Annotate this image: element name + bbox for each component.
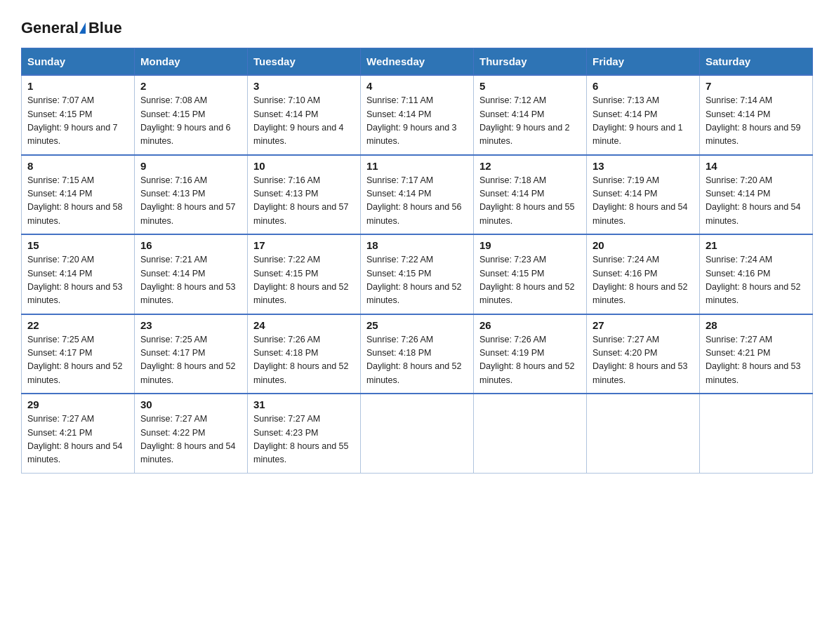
- calendar-cell: 24Sunrise: 7:26 AMSunset: 4:18 PMDayligh…: [248, 314, 361, 394]
- day-info: Sunrise: 7:21 AMSunset: 4:14 PMDaylight:…: [140, 253, 241, 308]
- day-info: Sunrise: 7:16 AMSunset: 4:13 PMDaylight:…: [140, 174, 241, 229]
- day-info: Sunrise: 7:08 AMSunset: 4:15 PMDaylight:…: [140, 94, 241, 149]
- day-header-saturday: Saturday: [700, 48, 813, 76]
- day-info: Sunrise: 7:27 AMSunset: 4:23 PMDaylight:…: [253, 412, 355, 467]
- calendar-cell: [700, 394, 813, 473]
- day-header-monday: Monday: [135, 48, 248, 76]
- day-info: Sunrise: 7:15 AMSunset: 4:14 PMDaylight:…: [27, 174, 128, 229]
- day-number: 3: [253, 80, 355, 92]
- calendar-cell: 25Sunrise: 7:26 AMSunset: 4:18 PMDayligh…: [361, 314, 474, 394]
- calendar-cell: 6Sunrise: 7:13 AMSunset: 4:14 PMDaylight…: [587, 75, 700, 155]
- calendar-cell: 27Sunrise: 7:27 AMSunset: 4:20 PMDayligh…: [587, 314, 700, 394]
- day-info: Sunrise: 7:16 AMSunset: 4:13 PMDaylight:…: [253, 174, 355, 229]
- day-info: Sunrise: 7:14 AMSunset: 4:14 PMDaylight:…: [706, 94, 807, 149]
- day-number: 2: [140, 80, 241, 92]
- calendar-cell: 10Sunrise: 7:16 AMSunset: 4:13 PMDayligh…: [248, 155, 361, 235]
- day-info: Sunrise: 7:27 AMSunset: 4:21 PMDaylight:…: [27, 412, 128, 467]
- week-row-1: 1Sunrise: 7:07 AMSunset: 4:15 PMDaylight…: [22, 75, 813, 155]
- day-number: 14: [706, 160, 807, 172]
- logo: General Blue: [21, 14, 122, 36]
- day-number: 23: [140, 319, 241, 331]
- day-info: Sunrise: 7:25 AMSunset: 4:17 PMDaylight:…: [140, 333, 241, 388]
- day-info: Sunrise: 7:12 AMSunset: 4:14 PMDaylight:…: [479, 94, 581, 149]
- logo-blue: Blue: [88, 19, 122, 36]
- day-info: Sunrise: 7:27 AMSunset: 4:20 PMDaylight:…: [593, 333, 694, 388]
- logo-general: General: [21, 20, 79, 36]
- day-info: Sunrise: 7:19 AMSunset: 4:14 PMDaylight:…: [593, 174, 694, 229]
- day-header-sunday: Sunday: [22, 48, 135, 76]
- calendar-cell: 28Sunrise: 7:27 AMSunset: 4:21 PMDayligh…: [700, 314, 813, 394]
- day-number: 26: [479, 319, 581, 331]
- calendar-cell: 7Sunrise: 7:14 AMSunset: 4:14 PMDaylight…: [700, 75, 813, 155]
- day-number: 13: [593, 160, 694, 172]
- day-number: 29: [27, 398, 128, 410]
- calendar-cell: 22Sunrise: 7:25 AMSunset: 4:17 PMDayligh…: [22, 314, 135, 394]
- day-number: 8: [27, 160, 128, 172]
- day-header-wednesday: Wednesday: [361, 48, 474, 76]
- day-info: Sunrise: 7:25 AMSunset: 4:17 PMDaylight:…: [27, 333, 128, 388]
- day-info: Sunrise: 7:26 AMSunset: 4:19 PMDaylight:…: [479, 333, 581, 388]
- day-number: 7: [706, 80, 807, 92]
- day-number: 20: [593, 239, 694, 251]
- day-number: 28: [706, 319, 807, 331]
- week-row-4: 22Sunrise: 7:25 AMSunset: 4:17 PMDayligh…: [22, 314, 813, 394]
- calendar-cell: 2Sunrise: 7:08 AMSunset: 4:15 PMDaylight…: [135, 75, 248, 155]
- day-info: Sunrise: 7:24 AMSunset: 4:16 PMDaylight:…: [706, 253, 807, 308]
- day-number: 5: [479, 80, 581, 92]
- day-info: Sunrise: 7:17 AMSunset: 4:14 PMDaylight:…: [366, 174, 468, 229]
- day-number: 6: [593, 80, 694, 92]
- week-row-3: 15Sunrise: 7:20 AMSunset: 4:14 PMDayligh…: [22, 234, 813, 314]
- calendar-cell: 26Sunrise: 7:26 AMSunset: 4:19 PMDayligh…: [474, 314, 587, 394]
- day-info: Sunrise: 7:27 AMSunset: 4:22 PMDaylight:…: [140, 412, 241, 467]
- day-number: 4: [366, 80, 468, 92]
- calendar-cell: 11Sunrise: 7:17 AMSunset: 4:14 PMDayligh…: [361, 155, 474, 235]
- day-info: Sunrise: 7:22 AMSunset: 4:15 PMDaylight:…: [253, 253, 355, 308]
- calendar-cell: [361, 394, 474, 473]
- calendar-cell: 20Sunrise: 7:24 AMSunset: 4:16 PMDayligh…: [587, 234, 700, 314]
- day-info: Sunrise: 7:11 AMSunset: 4:14 PMDaylight:…: [366, 94, 468, 149]
- day-number: 17: [253, 239, 355, 251]
- day-number: 15: [27, 239, 128, 251]
- calendar-cell: 1Sunrise: 7:07 AMSunset: 4:15 PMDaylight…: [22, 75, 135, 155]
- day-info: Sunrise: 7:10 AMSunset: 4:14 PMDaylight:…: [253, 94, 355, 149]
- calendar-cell: 17Sunrise: 7:22 AMSunset: 4:15 PMDayligh…: [248, 234, 361, 314]
- day-info: Sunrise: 7:20 AMSunset: 4:14 PMDaylight:…: [706, 174, 807, 229]
- day-number: 25: [366, 319, 468, 331]
- calendar-cell: [474, 394, 587, 473]
- calendar-cell: 8Sunrise: 7:15 AMSunset: 4:14 PMDaylight…: [22, 155, 135, 235]
- calendar-cell: 3Sunrise: 7:10 AMSunset: 4:14 PMDaylight…: [248, 75, 361, 155]
- calendar-cell: 15Sunrise: 7:20 AMSunset: 4:14 PMDayligh…: [22, 234, 135, 314]
- day-info: Sunrise: 7:18 AMSunset: 4:14 PMDaylight:…: [479, 174, 581, 229]
- page-header: General Blue: [21, 14, 813, 36]
- calendar-table: SundayMondayTuesdayWednesdayThursdayFrid…: [21, 48, 813, 474]
- calendar-cell: 21Sunrise: 7:24 AMSunset: 4:16 PMDayligh…: [700, 234, 813, 314]
- calendar-cell: 18Sunrise: 7:22 AMSunset: 4:15 PMDayligh…: [361, 234, 474, 314]
- calendar-cell: 14Sunrise: 7:20 AMSunset: 4:14 PMDayligh…: [700, 155, 813, 235]
- day-number: 16: [140, 239, 241, 251]
- calendar-header-row: SundayMondayTuesdayWednesdayThursdayFrid…: [22, 48, 813, 76]
- day-info: Sunrise: 7:22 AMSunset: 4:15 PMDaylight:…: [366, 253, 468, 308]
- day-number: 9: [140, 160, 241, 172]
- day-number: 31: [253, 398, 355, 410]
- day-number: 12: [479, 160, 581, 172]
- day-header-thursday: Thursday: [474, 48, 587, 76]
- calendar-cell: 5Sunrise: 7:12 AMSunset: 4:14 PMDaylight…: [474, 75, 587, 155]
- calendar-cell: 12Sunrise: 7:18 AMSunset: 4:14 PMDayligh…: [474, 155, 587, 235]
- day-number: 22: [27, 319, 128, 331]
- week-row-2: 8Sunrise: 7:15 AMSunset: 4:14 PMDaylight…: [22, 155, 813, 235]
- calendar-cell: 9Sunrise: 7:16 AMSunset: 4:13 PMDaylight…: [135, 155, 248, 235]
- day-info: Sunrise: 7:24 AMSunset: 4:16 PMDaylight:…: [593, 253, 694, 308]
- day-number: 18: [366, 239, 468, 251]
- day-header-friday: Friday: [587, 48, 700, 76]
- calendar-cell: 13Sunrise: 7:19 AMSunset: 4:14 PMDayligh…: [587, 155, 700, 235]
- calendar-cell: 31Sunrise: 7:27 AMSunset: 4:23 PMDayligh…: [248, 394, 361, 473]
- calendar-cell: 4Sunrise: 7:11 AMSunset: 4:14 PMDaylight…: [361, 75, 474, 155]
- day-number: 19: [479, 239, 581, 251]
- day-number: 24: [253, 319, 355, 331]
- day-info: Sunrise: 7:20 AMSunset: 4:14 PMDaylight:…: [27, 253, 128, 308]
- day-number: 30: [140, 398, 241, 410]
- calendar-cell: 19Sunrise: 7:23 AMSunset: 4:15 PMDayligh…: [474, 234, 587, 314]
- day-number: 21: [706, 239, 807, 251]
- logo-arrow-icon: [79, 22, 86, 34]
- day-number: 27: [593, 319, 694, 331]
